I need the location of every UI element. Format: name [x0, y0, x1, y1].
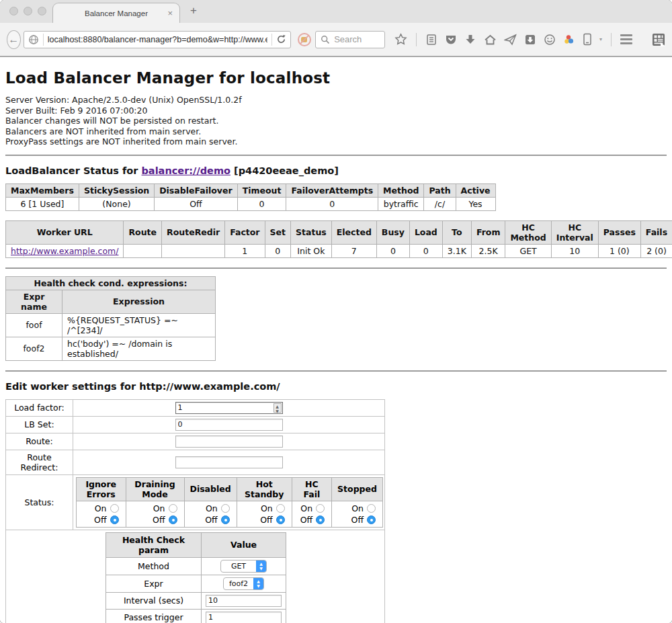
worker-url-link[interactable]: http://www.example.com/ — [11, 246, 118, 256]
lb-set-input[interactable] — [175, 419, 283, 431]
status-hc-fail-cell: On Off — [292, 501, 331, 527]
bookmark-star-icon[interactable] — [394, 33, 407, 46]
column-header: Expr name — [6, 290, 62, 313]
radio-label: On — [300, 503, 312, 513]
back-button[interactable]: ← — [7, 30, 21, 49]
column-header: StickySession — [79, 183, 154, 197]
menu-hamburger-icon[interactable] — [620, 34, 632, 44]
hc-interval-cell — [202, 592, 286, 609]
cell-load: 0 — [409, 244, 442, 257]
screenshot-grid-icon[interactable] — [652, 33, 665, 46]
column-header: Active — [456, 183, 495, 197]
url-bar[interactable]: localhost:8880/balancer-manager?b=demo&w… — [24, 31, 291, 48]
balancer-demo-link[interactable]: balancer://demo — [141, 165, 230, 176]
column-header: To — [442, 220, 471, 244]
status-column-header: Hot Standby — [237, 477, 292, 501]
route-redirect-input[interactable] — [175, 456, 283, 468]
column-header: Load — [409, 220, 442, 244]
worker-table: Worker URL Route RouteRedir Factor Set S… — [5, 220, 672, 258]
status-draining-mode-cell: On Off — [126, 501, 184, 527]
hot-standby-on-radio[interactable] — [276, 504, 285, 513]
window-minimize-button[interactable] — [24, 7, 32, 15]
info-line: Balancer changes will NOT be persisted o… — [5, 116, 667, 126]
column-header: Expression — [62, 290, 216, 313]
radio-label: Off — [351, 515, 364, 525]
reload-button[interactable] — [276, 34, 286, 44]
load-factor-input[interactable] — [175, 402, 283, 414]
content-blocked-icon[interactable] — [298, 33, 307, 46]
method-select-value: GET — [221, 562, 256, 571]
tab-close-icon[interactable]: × — [167, 8, 173, 18]
hc-param-label: Expr — [106, 575, 202, 592]
cell-elected: 7 — [331, 244, 376, 257]
expr-select[interactable]: foof2▲▼ — [223, 577, 264, 590]
overflow-caret-icon[interactable]: ▾ — [599, 36, 602, 42]
server-built-line: Server Built: Feb 9 2016 07:00:20 — [5, 106, 667, 116]
cell-failoverattempts: 0 — [286, 197, 378, 210]
draining-mode-on-radio[interactable] — [169, 504, 177, 513]
column-header: Fails — [640, 220, 672, 244]
status-column-header: Draining Mode — [126, 477, 184, 501]
urlbar-divider — [43, 34, 44, 46]
passes-trigger-input[interactable] — [206, 612, 282, 623]
send-icon[interactable] — [504, 34, 517, 46]
download-icon[interactable] — [464, 34, 476, 46]
stopped-off-radio[interactable] — [367, 515, 376, 524]
route-input[interactable] — [175, 435, 283, 448]
number-stepper-icon[interactable]: ▲▼ — [274, 403, 282, 413]
radio-label: On — [261, 503, 273, 513]
column-header: Value — [202, 532, 286, 557]
pocket-icon[interactable] — [445, 34, 457, 46]
hc-param-label: Interval (secs) — [106, 592, 202, 609]
table-row: 6 [1 Used] (None) Off 0 0 bytraffic /c/ … — [6, 197, 496, 210]
cell-passes: 1 (0) — [598, 244, 640, 257]
url-text[interactable]: localhost:8880/balancer-manager?b=demo&w… — [48, 35, 267, 44]
responsive-phone-icon[interactable] — [583, 33, 592, 46]
status-hot-standby-cell: On Off — [237, 501, 292, 527]
hc-fail-on-radio[interactable] — [316, 504, 325, 513]
column-header: Passes — [598, 220, 640, 244]
new-tab-button[interactable]: + — [190, 4, 197, 17]
cell-hc-interval: 10 — [551, 244, 598, 257]
cell-worker-url: http://www.example.com/ — [6, 244, 124, 257]
extension-colored-dots-icon[interactable] — [563, 34, 575, 46]
home-icon[interactable] — [484, 34, 497, 46]
form-row-route: Route: — [6, 433, 385, 450]
window-close-button[interactable] — [9, 7, 18, 15]
radio-label: On — [206, 503, 218, 513]
hot-standby-off-radio[interactable] — [276, 515, 285, 524]
balancer-summary-table: MaxMembers StickySession DisableFailover… — [5, 183, 496, 211]
feedback-smiley-icon[interactable] — [544, 34, 556, 46]
select-arrows-icon: ▲▼ — [253, 577, 263, 590]
site-identity-globe-icon[interactable] — [28, 34, 39, 45]
divider — [5, 370, 667, 372]
interval-input[interactable] — [206, 595, 282, 607]
ignore-errors-off-radio[interactable] — [110, 515, 119, 524]
hc-expr-row: Expr foof2▲▼ — [106, 575, 286, 592]
radio-label: On — [351, 503, 364, 513]
page-title: Load Balancer Manager for localhost — [5, 69, 667, 87]
stopped-on-radio[interactable] — [367, 504, 376, 513]
column-header: Worker URL — [6, 220, 124, 244]
search-bar[interactable]: Search — [315, 31, 385, 48]
column-header: Factor — [225, 220, 265, 244]
draining-mode-off-radio[interactable] — [169, 515, 177, 524]
field-label: Load factor: — [6, 399, 73, 416]
cell-to: 3.1K — [442, 244, 471, 257]
column-header: FailoverAttempts — [286, 183, 378, 197]
reading-list-icon[interactable] — [425, 34, 437, 46]
info-line: ProxyPass settings are NOT inherited fro… — [5, 136, 667, 147]
disabled-off-radio[interactable] — [221, 515, 230, 524]
cell-stickysession: (None) — [79, 197, 154, 210]
ignore-errors-on-radio[interactable] — [110, 504, 119, 513]
field-cell — [73, 416, 385, 433]
disabled-on-radio[interactable] — [221, 504, 230, 513]
hc-fail-off-radio[interactable] — [316, 515, 325, 524]
info-line: Balancers are NOT inherited from main se… — [5, 126, 667, 137]
save-to-pocket-box-icon[interactable] — [524, 34, 536, 46]
column-header: Busy — [376, 220, 409, 244]
window-zoom-button[interactable] — [38, 7, 46, 15]
tab-balancer-manager[interactable]: Balancer Manager × — [52, 3, 180, 23]
expressions-table-title: Health check cond. expressions: — [6, 276, 216, 290]
method-select[interactable]: GET▲▼ — [220, 560, 267, 573]
